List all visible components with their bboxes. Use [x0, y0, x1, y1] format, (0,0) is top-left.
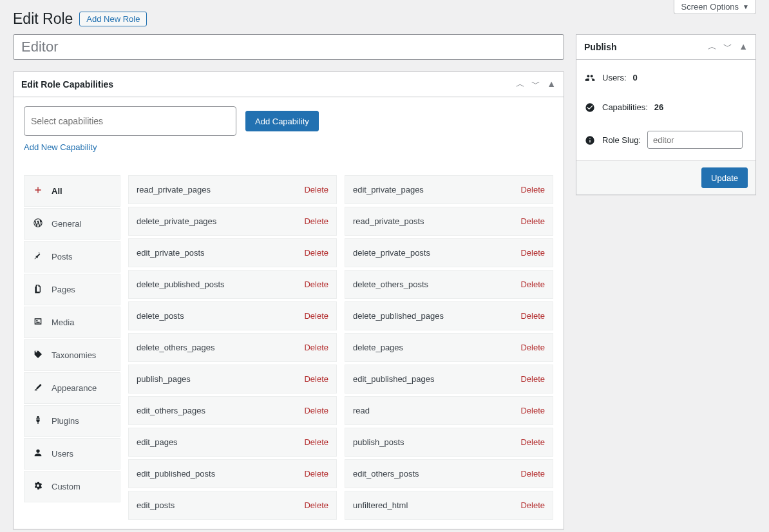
delete-capability-link[interactable]: Delete	[304, 374, 328, 384]
main-column: Edit Role Capabilities ︿ ﹀ ▲ Add Capabil…	[13, 34, 564, 529]
role-slug-input[interactable]	[647, 131, 743, 149]
capability-row: publish_postsDelete	[345, 428, 553, 457]
capability-name: delete_posts	[137, 311, 184, 321]
capability-row: read_private_postsDelete	[345, 207, 553, 236]
delete-capability-link[interactable]: Delete	[520, 343, 545, 352]
capability-row: read_private_pagesDelete	[128, 175, 337, 204]
tab-label: Custom	[52, 482, 81, 491]
delete-capability-link[interactable]: Delete	[520, 280, 545, 289]
sidebar-column: Publish ︿ ﹀ ▲ Users: 0	[576, 34, 756, 529]
add-capability-button[interactable]: Add Capability	[245, 111, 319, 131]
capabilities-panel-header: Edit Role Capabilities ︿ ﹀ ▲	[14, 72, 564, 97]
tab-label: General	[52, 219, 81, 229]
delete-capability-link[interactable]: Delete	[520, 311, 545, 321]
collapse-icon[interactable]: ▲	[739, 41, 748, 53]
tab-posts[interactable]: Posts	[24, 241, 120, 272]
plus-icon	[32, 185, 44, 197]
delete-capability-link[interactable]: Delete	[304, 248, 328, 258]
delete-capability-link[interactable]: Delete	[520, 437, 545, 447]
move-up-icon[interactable]: ︿	[516, 79, 525, 90]
delete-capability-link[interactable]: Delete	[304, 406, 328, 415]
pages-icon	[32, 283, 44, 296]
move-down-icon[interactable]: ﹀	[531, 79, 540, 90]
capability-row: delete_private_postsDelete	[345, 238, 553, 267]
role-name-input[interactable]	[13, 34, 564, 60]
select-capabilities-input[interactable]	[24, 106, 236, 136]
screen-options-toggle[interactable]: Screen Options ▼	[674, 0, 756, 14]
delete-capability-link[interactable]: Delete	[520, 469, 545, 479]
delete-capability-link[interactable]: Delete	[304, 500, 328, 510]
delete-capability-link[interactable]: Delete	[520, 406, 545, 415]
page-header: Edit Role Add New Role	[0, 0, 769, 34]
capability-row: edit_postsDelete	[128, 491, 337, 520]
tab-label: All	[52, 186, 62, 196]
capability-name: read	[353, 406, 370, 415]
move-up-icon[interactable]: ︿	[708, 41, 717, 53]
delete-capability-link[interactable]: Delete	[520, 185, 545, 195]
delete-capability-link[interactable]: Delete	[304, 469, 328, 479]
capability-row: edit_private_postsDelete	[128, 238, 337, 267]
publish-panel-controls: ︿ ﹀ ▲	[708, 41, 748, 53]
tab-label: Plugins	[52, 416, 79, 426]
capability-row: delete_others_pagesDelete	[128, 333, 337, 362]
capability-name: delete_others_posts	[353, 280, 428, 289]
publish-panel-title: Publish	[584, 42, 617, 52]
tab-general[interactable]: General	[24, 208, 120, 240]
capability-name: read_private_posts	[353, 216, 424, 226]
delete-capability-link[interactable]: Delete	[520, 500, 545, 510]
capability-name: edit_private_pages	[353, 185, 424, 195]
tab-pages[interactable]: Pages	[24, 274, 120, 305]
tab-plugins[interactable]: Plugins	[24, 405, 120, 437]
delete-capability-link[interactable]: Delete	[520, 216, 545, 226]
publish-panel-header: Publish ︿ ﹀ ▲	[576, 35, 755, 60]
tab-label: Media	[52, 318, 74, 327]
update-button[interactable]: Update	[701, 167, 748, 188]
capability-name: delete_private_pages	[137, 216, 216, 226]
capability-name: delete_private_posts	[353, 248, 430, 258]
tag-icon	[32, 349, 44, 361]
tab-users[interactable]: Users	[24, 438, 120, 470]
media-icon	[32, 316, 44, 328]
info-icon	[584, 134, 596, 146]
gear-icon	[32, 480, 44, 493]
tab-all[interactable]: All	[24, 175, 120, 207]
screen-options-label: Screen Options	[681, 2, 739, 12]
delete-capability-link[interactable]: Delete	[304, 437, 328, 447]
move-down-icon[interactable]: ﹀	[723, 41, 732, 53]
collapse-icon[interactable]: ▲	[547, 79, 556, 90]
tab-custom[interactable]: Custom	[24, 471, 120, 502]
delete-capability-link[interactable]: Delete	[304, 343, 328, 352]
capability-name: read_private_pages	[137, 185, 211, 195]
publish-footer: Update	[576, 160, 755, 195]
users-value: 0	[633, 73, 638, 82]
add-new-capability-link[interactable]: Add New Capability	[24, 142, 97, 152]
add-new-role-button[interactable]: Add New Role	[79, 12, 147, 26]
brush-icon	[32, 382, 44, 394]
capability-row: edit_private_pagesDelete	[345, 175, 553, 204]
capability-row: delete_published_pagesDelete	[345, 301, 553, 330]
capability-column-2: edit_private_pagesDeleteread_private_pos…	[345, 175, 553, 520]
users-icon	[584, 71, 596, 83]
delete-capability-link[interactable]: Delete	[304, 311, 328, 321]
capability-name: publish_pages	[137, 374, 191, 384]
capability-name: edit_posts	[137, 500, 175, 510]
chevron-down-icon: ▼	[743, 3, 749, 10]
delete-capability-link[interactable]: Delete	[304, 216, 328, 226]
capabilities-value: 26	[654, 102, 663, 112]
delete-capability-link[interactable]: Delete	[304, 185, 328, 195]
capability-row: readDelete	[345, 396, 553, 425]
tab-label: Pages	[52, 285, 75, 294]
delete-capability-link[interactable]: Delete	[304, 280, 328, 289]
tab-media[interactable]: Media	[24, 307, 120, 338]
delete-capability-link[interactable]: Delete	[520, 248, 545, 258]
tab-taxonomies[interactable]: Taxonomies	[24, 339, 120, 371]
tab-appearance[interactable]: Appearance	[24, 372, 120, 404]
tab-label: Posts	[52, 252, 73, 261]
capability-name: delete_pages	[353, 343, 403, 352]
capability-row: edit_published_pagesDelete	[345, 365, 553, 394]
capability-name: unfiltered_html	[353, 500, 408, 510]
capability-name: edit_others_posts	[353, 469, 419, 479]
role-slug-label: Role Slug:	[602, 135, 641, 145]
delete-capability-link[interactable]: Delete	[520, 374, 545, 384]
capability-row: delete_published_postsDelete	[128, 270, 337, 299]
